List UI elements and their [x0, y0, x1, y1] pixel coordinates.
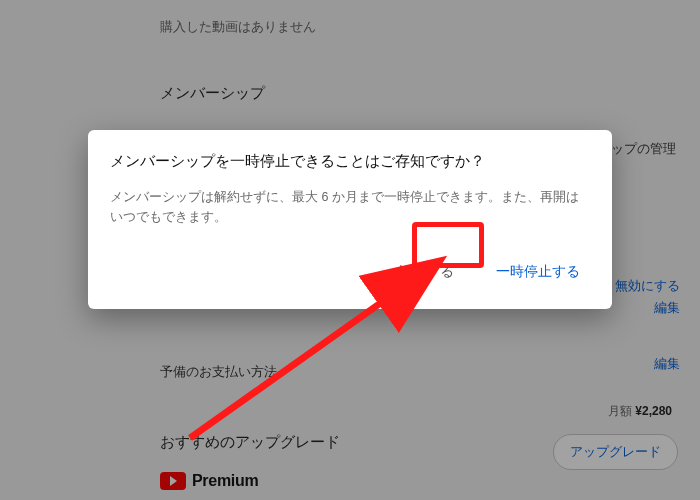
dialog-body: メンバーシップは解約せずに、最大 6 か月まで一時停止できます。また、再開はいつ…: [110, 187, 590, 227]
dialog-title: メンバーシップを一時停止できることはご存知ですか？: [110, 152, 590, 171]
pause-membership-dialog: メンバーシップを一時停止できることはご存知ですか？ メンバーシップは解約せずに、…: [88, 130, 612, 309]
dialog-actions: 解約する 一時停止する: [110, 251, 590, 293]
cancel-membership-button[interactable]: 解約する: [390, 255, 462, 289]
pause-button[interactable]: 一時停止する: [488, 255, 588, 289]
